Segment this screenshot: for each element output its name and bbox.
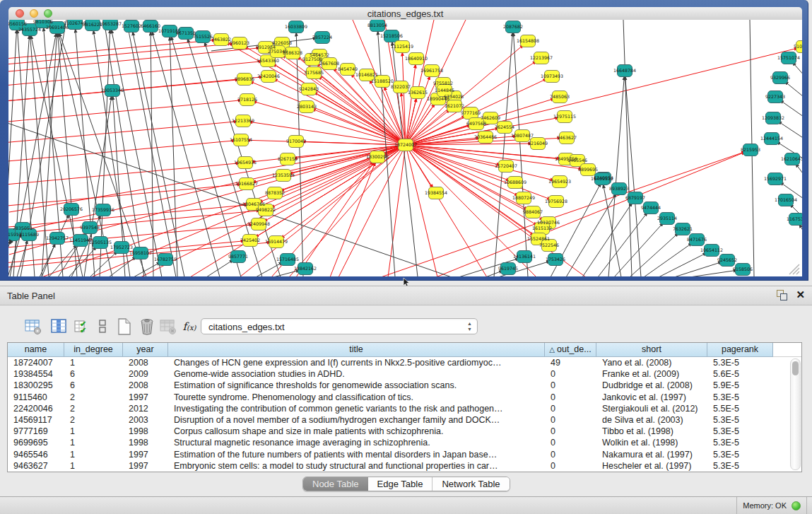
table-cell: Investigating the contribution of common… <box>168 403 545 414</box>
graph-node-label: 16958107 <box>129 250 152 255</box>
graph-node-label: 1527602 <box>122 23 141 28</box>
table-row[interactable]: 977716911998Corpus callosum shape and si… <box>8 426 801 437</box>
column-header-out_de[interactable]: △out_de... <box>545 343 596 357</box>
graph-node-label: 15716485 <box>276 257 299 262</box>
graph-node-label: 16107554 <box>230 137 252 142</box>
graph-edge <box>690 271 734 276</box>
graph-node-label: 10654112 <box>700 247 723 252</box>
graph-edge <box>494 36 512 276</box>
graph-edge <box>630 235 676 276</box>
table-cell: 18724007 <box>8 357 64 368</box>
graph-edge <box>8 40 212 59</box>
table-cell: 1998 <box>123 426 168 437</box>
table-row[interactable]: 1456911722003Disruption of a novel membe… <box>8 414 801 426</box>
table-cell: Hescheler et al. (1997) <box>596 460 707 472</box>
table-cell: Wolkin et al. (1998) <box>596 437 707 448</box>
graph-node-label: 14136141 <box>513 254 536 259</box>
float-panel-icon[interactable] <box>776 289 787 300</box>
graph-node-label: 9498222 <box>256 207 276 212</box>
graph-node-label: 2667608 <box>319 61 339 66</box>
column-header-in_degree[interactable]: in_degree <box>64 343 123 357</box>
delete-column-button[interactable] <box>137 317 157 337</box>
graph-node-label: 8813054 <box>367 23 387 28</box>
graph-node-label: 10146821 <box>355 72 378 77</box>
graph-node-label: 15524861 <box>527 236 550 241</box>
table-row[interactable]: 911546021997Tourette syndrome. Phenomeno… <box>8 392 801 403</box>
table-cell: 1 <box>64 357 123 368</box>
graph-node-label: 9170043 <box>286 139 306 144</box>
close-panel-icon[interactable]: ✕ <box>796 289 805 300</box>
table-cell: Nakamura et al. (1997) <box>596 449 707 460</box>
graph-node-label: 19654923 <box>548 179 571 184</box>
table-row[interactable]: 969969511998Structural magnetic resonanc… <box>8 437 801 448</box>
graph-node-label: 2087682 <box>503 24 523 29</box>
table-selector-value: citations_edges.txt <box>208 322 285 332</box>
toggle-panels-button[interactable] <box>93 317 112 337</box>
table-cell: 2012 <box>123 403 168 414</box>
graph-node-label: 18300295 <box>366 154 389 159</box>
graph-node-label: 6497568 <box>466 121 486 126</box>
vertical-scrollbar[interactable] <box>790 358 801 470</box>
graph-node-label: 9242843 <box>299 86 319 91</box>
column-header-name[interactable]: name <box>8 343 64 357</box>
table-cell: 0 <box>545 403 596 414</box>
table-mode-button[interactable] <box>23 317 43 337</box>
table-row[interactable]: 1872400712008Changes of HCN gene express… <box>8 357 801 368</box>
tab-node-table[interactable]: Node Table <box>303 477 368 491</box>
tab-edge-table[interactable]: Edge Table <box>368 477 433 491</box>
column-header-title[interactable]: title <box>168 343 545 357</box>
graph-node-label: 12505135 <box>89 240 112 245</box>
table-cell: 19384554 <box>8 368 64 380</box>
graph-node-label: 1362615 <box>408 90 428 95</box>
svg-text:✔: ✔ <box>80 326 86 334</box>
graph-node-label: 15218506 <box>380 33 403 38</box>
graph-node-label: 7425402 <box>240 238 260 243</box>
graph-node-label: 12409948 <box>247 221 270 226</box>
show-columns-button[interactable] <box>49 317 69 337</box>
column-header-short[interactable]: short <box>596 343 707 357</box>
table-row[interactable]: 1938455462009Genome-wide association stu… <box>8 368 801 380</box>
table-row[interactable]: 946554611997Estimation of the future num… <box>8 449 801 460</box>
tab-network-table[interactable]: Network Table <box>432 477 509 491</box>
network-canvas[interactable]: 9560156243557249810306206914061102674988… <box>8 20 802 276</box>
new-table-button[interactable] <box>114 317 134 337</box>
table-selector-dropdown[interactable]: citations_edges.txt ▲▼ <box>201 318 478 334</box>
canvas-resize-grip[interactable] <box>789 264 799 274</box>
citation-network-graph[interactable]: 9560156243557249810306206914061102674988… <box>8 20 802 276</box>
table-cell: Structural magnetic resonance image aver… <box>168 437 545 448</box>
table-cell: Embryonic stem cells: a model to study s… <box>168 460 545 472</box>
window-titlebar[interactable]: citations_edges.txt <box>8 7 802 21</box>
graph-node-label: 1615132 <box>532 226 552 230</box>
table-cell: Tibbo et al. (1998) <box>596 426 707 437</box>
column-header-year[interactable]: year <box>123 343 168 357</box>
graph-edge <box>795 65 802 83</box>
new-document-icon <box>115 317 134 336</box>
column-header-pagerank[interactable]: pagerank <box>707 343 773 357</box>
graph-node-label: 1753426 <box>546 257 565 262</box>
graph-edge <box>49 247 74 276</box>
table-cell: Stergiakouli et al. (2012) <box>596 403 707 414</box>
graph-node-label: 8454749 <box>338 66 358 71</box>
graph-edge <box>305 141 406 145</box>
graph-node-label: 9810306 <box>33 20 53 24</box>
sort-ascending-icon: △ <box>549 346 555 354</box>
graph-node-label: 7835051 <box>13 226 33 230</box>
table-cell: 1 <box>64 449 123 460</box>
window-title: citations_edges.txt <box>8 8 802 19</box>
graph-node-label: 24355724 <box>18 27 41 32</box>
graph-edge <box>625 80 641 276</box>
graph-node-label: 19166827 <box>235 181 258 186</box>
function-builder-button[interactable]: f(x) <box>180 317 199 337</box>
table-cell: Estimation of significance thresholds fo… <box>168 380 545 391</box>
graph-node-label: 8186328 <box>283 50 302 55</box>
delete-table-button[interactable] <box>158 317 178 337</box>
scrollbar-thumb[interactable] <box>792 361 799 375</box>
graph-node-label: 1621072 <box>445 103 464 108</box>
graph-edge <box>206 262 230 276</box>
table-row[interactable]: 2242004622012Investigating the contribut… <box>8 403 801 414</box>
graph-node-label: 16409532 <box>591 176 613 181</box>
table-row[interactable]: 946362711997Embryonic stem cells: a mode… <box>8 460 801 472</box>
table-cell: 5.3E-5 <box>707 426 773 437</box>
row-selection-button[interactable]: ✔ ✔ <box>73 317 93 337</box>
table-row[interactable]: 1830029562008Estimation of significance … <box>8 380 801 391</box>
